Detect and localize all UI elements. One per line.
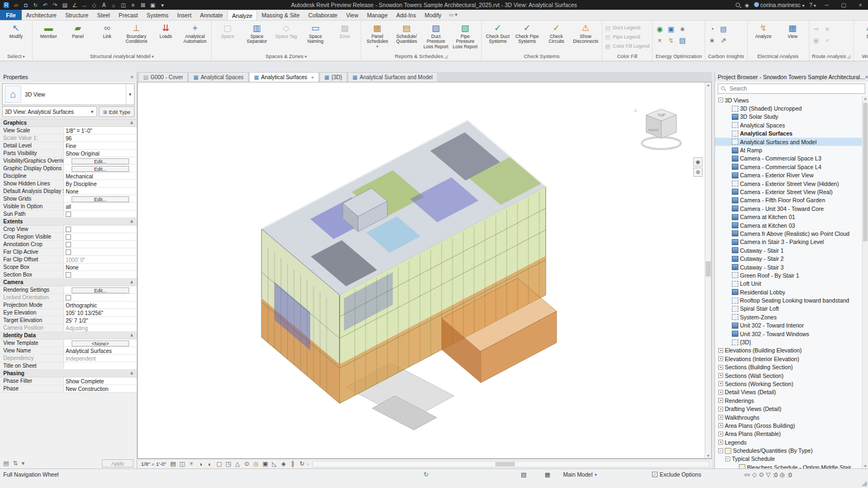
project-browser-close-icon[interactable]: × bbox=[865, 74, 868, 80]
ribbon-button-show-disconnects[interactable]: ⚠Show Disconnects bbox=[571, 22, 600, 44]
view-scale-button[interactable]: 1/8" = 1'-0" bbox=[139, 461, 168, 467]
visual-style-icon[interactable]: ◫ bbox=[178, 460, 186, 468]
steering-wheel-button[interactable]: ◉ bbox=[693, 157, 703, 166]
property-value[interactable]: Show Original bbox=[66, 151, 99, 157]
tree-item-camera-at-kitchen-01[interactable]: Camera at Kitchen 01 bbox=[715, 213, 862, 221]
tree-item-sections-working-section[interactable]: +Sections (Working Section) bbox=[715, 380, 862, 388]
ribbon-button-view[interactable]: ▦View bbox=[778, 22, 807, 39]
qat-close-hidden-windows-button[interactable]: ⊠ bbox=[138, 1, 148, 9]
qat-redo-button[interactable]: ↷ bbox=[50, 1, 60, 9]
expand-icon[interactable]: + bbox=[718, 348, 723, 353]
sort-ascending-icon[interactable]: ⇅ bbox=[12, 460, 17, 467]
properties-section-phasing[interactable]: Phasing∧ bbox=[0, 370, 137, 377]
property-checkbox[interactable] bbox=[66, 211, 71, 217]
tree-item-cutaway-stair-1[interactable]: Cutaway - Stair 1 bbox=[715, 246, 862, 254]
expand-icon[interactable]: + bbox=[718, 432, 723, 436]
expand-icon[interactable]: + bbox=[718, 423, 723, 428]
energy-analyze-icon[interactable]: ↯ bbox=[666, 35, 676, 46]
tree-item-drafting-views-detail[interactable]: +Drafting Views (Detail) bbox=[715, 404, 862, 413]
property-checkbox[interactable] bbox=[66, 249, 71, 255]
ribbon-tab-systems[interactable]: Systems bbox=[142, 10, 173, 20]
tree-item-camera-fr-above-realistic-wo-point-cloud[interactable]: Camera fr Above (Realistic) wo Point Clo… bbox=[715, 229, 862, 237]
scrollbar-thumb[interactable] bbox=[706, 261, 711, 277]
scroll-up-icon[interactable]: ▲ bbox=[863, 97, 868, 100]
ribbon-button-duct-pressure-loss-report[interactable]: ▨Duct Pressure Loss Report bbox=[422, 22, 450, 49]
tree-item-unit-302-toward-windows[interactable]: Unit 302 - Toward Windows bbox=[715, 330, 862, 338]
carbon-export-icon[interactable]: ⇗ bbox=[718, 35, 729, 46]
ribbon-button-space-separator[interactable]: ▥Space Separator bbox=[242, 22, 271, 44]
viewport-horizontal-scrollbar[interactable] bbox=[312, 461, 710, 467]
tree-item-camera-commercial-space-l4[interactable]: Camera - Commercial Space L4 bbox=[715, 163, 862, 171]
type-selector[interactable]: ⌂ 3D View ▼ bbox=[2, 84, 135, 105]
tree-item-camera-commercial-space-l3[interactable]: Camera - Commercial Space L3 bbox=[715, 155, 862, 163]
type-selector-dropdown-icon[interactable]: ▼ bbox=[126, 84, 134, 105]
reveal-hidden-elements-icon[interactable]: ◎ bbox=[252, 460, 260, 468]
tree-item-green-roof-by-stair-1[interactable]: Green Roof - By Stair 1 bbox=[715, 271, 862, 279]
collapse-icon[interactable]: − bbox=[725, 457, 730, 461]
show-crop-region-icon[interactable]: ◳ bbox=[224, 460, 232, 468]
ribbon-tab-manage[interactable]: Manage bbox=[363, 10, 392, 20]
carbon-settings-icon[interactable]: ∗ bbox=[707, 35, 717, 46]
carbon-analyze-icon[interactable]: ◔ bbox=[707, 24, 717, 34]
property-value[interactable]: 1/8" = 1'-0" bbox=[66, 128, 92, 134]
tree-item-3d[interactable]: {3D} bbox=[715, 338, 862, 346]
ribbon-display-toggle-icon[interactable]: ▭ ▾ bbox=[446, 10, 461, 20]
property-value[interactable]: 25' 7 1/2" bbox=[66, 318, 88, 324]
show-analytical-model-icon[interactable]: ◺ bbox=[270, 460, 278, 468]
design-option-selector[interactable]: Main Model▾ bbox=[563, 471, 597, 478]
help-button[interactable]: ? ▾ bbox=[809, 2, 816, 8]
view-tab-g000-cover[interactable]: ▤G000 - Cover bbox=[138, 72, 188, 82]
energy-settings-icon[interactable]: ∗ bbox=[677, 24, 687, 34]
worksharing-icon[interactable]: ↻ bbox=[424, 471, 429, 478]
tree-item-camera-in-stair-3-parking-level[interactable]: Camera in Stair 3 - Parking Level bbox=[715, 238, 862, 246]
qat-aligned-dimension-button[interactable]: ↔ bbox=[80, 1, 89, 9]
ribbon-button-boundary-conditions[interactable]: ⊥Boundary Conditions bbox=[122, 22, 151, 44]
tree-item-analytical-spaces[interactable]: Analytical Spaces bbox=[715, 121, 862, 129]
ribbon-button-analytical-automation[interactable]: +Analytical Automation bbox=[181, 22, 209, 44]
tree-item-system-zones[interactable]: System-Zones bbox=[715, 313, 862, 321]
qat-section-button[interactable]: ◫ bbox=[119, 1, 128, 9]
minimize-button[interactable]: ─ bbox=[821, 2, 833, 8]
qat-thin-lines-button[interactable]: ≡ bbox=[129, 1, 138, 9]
design-options-icon[interactable]: ▦ bbox=[545, 471, 550, 478]
tree-item-elevations-building-elevation[interactable]: +Elevations (Building Elevation) bbox=[715, 346, 862, 355]
tree-item-sections-building-section[interactable]: +Sections (Building Section) bbox=[715, 363, 862, 371]
property-value[interactable]: Fine bbox=[66, 143, 76, 149]
qat-undo-button[interactable]: ↶ bbox=[41, 1, 50, 9]
scroll-left-icon[interactable]: ‹ bbox=[307, 461, 309, 467]
browser-search-input[interactable] bbox=[718, 84, 865, 94]
expand-icon[interactable]: + bbox=[718, 356, 723, 361]
property-value[interactable]: Adjusting bbox=[66, 325, 88, 331]
ribbon-button-loads[interactable]: ⇊Loads bbox=[151, 22, 180, 39]
account-button[interactable]: corina.marinesc ▾ bbox=[754, 2, 805, 8]
tree-item-area-plans-rentable[interactable]: +Area Plans (Rentable) bbox=[715, 430, 862, 438]
property-value[interactable]: New Construction bbox=[66, 386, 108, 392]
property-value[interactable]: Analytical Surfaces bbox=[66, 348, 112, 354]
filter-icon[interactable]: ▽ bbox=[766, 471, 770, 478]
qat-measure-button[interactable]: ∠ bbox=[70, 1, 79, 9]
property-value[interactable]: Independent bbox=[66, 356, 96, 362]
tree-item-typical-schedule[interactable]: −Typical Schedule bbox=[715, 455, 862, 463]
tree-item-detail-views-detail[interactable]: +Detail Views (Detail) bbox=[715, 388, 862, 396]
exclude-options-checkbox[interactable]: ✓ bbox=[652, 472, 658, 477]
create-energy-model-icon[interactable]: ▣ bbox=[666, 24, 676, 34]
ribbon-button-check-duct-systems[interactable]: ✓Check Duct Systems bbox=[483, 22, 512, 44]
property-edit-button[interactable]: Edit... bbox=[72, 166, 129, 172]
ribbon-tab-insert[interactable]: Insert bbox=[173, 10, 196, 20]
ribbon-tab-modify[interactable]: Modify bbox=[420, 10, 446, 20]
qat-text-button[interactable]: A bbox=[99, 1, 108, 9]
collapse-icon[interactable]: − bbox=[718, 448, 723, 453]
expand-icon[interactable]: + bbox=[718, 415, 723, 420]
ribbon-button-schedule-quantities[interactable]: ▤Schedule/ Quantities bbox=[392, 22, 421, 44]
qat-save-button[interactable]: ◘ bbox=[21, 1, 30, 9]
qat-app-logo-button[interactable]: R bbox=[2, 1, 11, 9]
view-tab-analytical-surfaces-and-model[interactable]: ▦Analytical Surfaces and Model bbox=[348, 72, 438, 82]
tree-item-cutaway-stair-2[interactable]: Cutaway - Stair 2 bbox=[715, 254, 862, 262]
editable-only-icon[interactable]: ▧ bbox=[521, 471, 526, 478]
qat-sync-button[interactable]: ↻ bbox=[31, 1, 40, 9]
property-checkbox[interactable] bbox=[66, 242, 71, 247]
tree-item-at-ramp[interactable]: At Ramp bbox=[715, 146, 862, 154]
ribbon-button-pipe-pressure-loss-report[interactable]: ▧Pipe Pressure Loss Report bbox=[451, 22, 480, 49]
tree-item-camera-exterior-river-view[interactable]: Camera - Exterior River View bbox=[715, 171, 862, 179]
carbon-report-icon[interactable]: ▤ bbox=[718, 24, 729, 34]
